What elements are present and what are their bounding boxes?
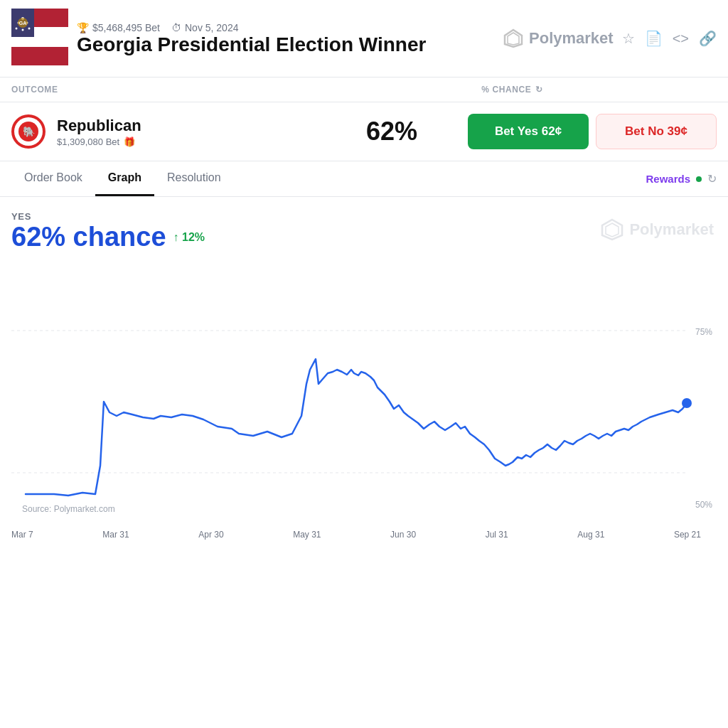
tabs-right: Rewards ↻ <box>646 172 717 186</box>
svg-rect-2 <box>11 47 68 65</box>
price-chart-svg: Source: Polymarket.com <box>11 259 708 530</box>
x-label-jul31: Jul 31 <box>486 530 508 540</box>
outcome-col-label: OUTCOME <box>11 85 481 95</box>
y-label-50: 50% <box>695 500 712 510</box>
trophy-meta: 🏆 $5,468,495 Bet <box>77 22 160 33</box>
svg-point-8 <box>22 29 24 31</box>
bet-no-button[interactable]: Bet No 39¢ <box>596 114 717 149</box>
outcome-name: Republican <box>57 117 316 135</box>
tab-resolution[interactable]: Resolution <box>154 161 234 196</box>
x-label-apr30: Apr 30 <box>198 530 223 540</box>
code-icon[interactable]: <> <box>673 31 689 47</box>
republican-elephant-icon: 🐘 <box>17 120 40 143</box>
svg-text:GA: GA <box>19 21 27 26</box>
outcome-bet-info: $1,309,080 Bet 🎁 <box>57 136 316 147</box>
refresh-small-icon[interactable]: ↻ <box>535 85 543 95</box>
header-date: Nov 5, 2024 <box>185 22 239 33</box>
x-label-may31: May 31 <box>293 530 321 540</box>
svg-rect-18 <box>11 259 708 530</box>
polymarket-label: Polymarket <box>529 29 614 48</box>
rewards-link[interactable]: Rewards <box>646 173 690 185</box>
republican-logo: 🐘 <box>11 114 46 149</box>
chance-col-label: % CHANCE ↻ <box>481 85 717 95</box>
star-icon[interactable]: ☆ <box>622 30 635 47</box>
tab-refresh-icon[interactable]: ↻ <box>707 172 717 186</box>
x-label-jun30: Jun 30 <box>390 530 416 540</box>
outcome-table-header: OUTCOME % CHANCE ↻ <box>0 77 728 102</box>
date-meta: ⏱ Nov 5, 2024 <box>171 22 239 33</box>
svg-point-21 <box>682 398 692 408</box>
outcome-row: 🐘 Republican $1,309,080 Bet 🎁 62% Bet Ye… <box>0 102 728 161</box>
svg-point-9 <box>28 28 31 30</box>
clock-icon: ⏱ <box>171 22 181 33</box>
tab-order-book[interactable]: Order Book <box>11 161 95 196</box>
tabs-row: Order Book Graph Resolution Rewards ↻ <box>0 161 728 197</box>
svg-marker-13 <box>508 33 519 45</box>
chart-svg-container: 75% Source: Polymarket.com 50% <box>11 259 717 530</box>
polymarket-watermark-icon <box>601 218 623 241</box>
polymarket-watermark: Polymarket <box>601 218 714 241</box>
chart-wrapper: 75% Source: Polymarket.com 50% <box>11 259 717 540</box>
y-label-75: 75% <box>695 327 712 337</box>
page-title: Georgia Presidential Election Winner <box>77 33 495 56</box>
x-label-sep21: Sep 21 <box>674 530 701 540</box>
header-info: 🏆 $5,468,495 Bet ⏱ Nov 5, 2024 Georgia P… <box>77 21 495 56</box>
trophy-icon: 🏆 <box>77 22 89 33</box>
tabs-left: Order Book Graph Resolution <box>11 161 646 196</box>
polymarket-logo-icon <box>503 28 523 48</box>
x-label-mar31: Mar 31 <box>102 530 129 540</box>
link-icon[interactable]: 🔗 <box>699 30 717 47</box>
outcome-bet-amount: $1,309,080 Bet <box>57 136 119 147</box>
chance-value: 62% <box>327 117 456 146</box>
polymarket-brand-header: Polymarket <box>503 28 614 48</box>
x-axis-labels: Mar 7 Mar 31 Apr 30 May 31 Jun 30 Jul 31… <box>11 530 701 540</box>
rewards-status-dot <box>696 176 702 182</box>
chart-delta: ↑ 12% <box>173 231 205 244</box>
bet-buttons: Bet Yes 62¢ Bet No 39¢ <box>468 114 717 149</box>
x-label-mar7: Mar 7 <box>11 530 33 540</box>
header-actions: ☆ 📄 <> 🔗 <box>622 30 717 47</box>
svg-marker-17 <box>606 223 619 237</box>
document-icon[interactable]: 📄 <box>645 30 663 47</box>
header-meta: 🏆 $5,468,495 Bet ⏱ Nov 5, 2024 <box>77 22 495 33</box>
tab-graph[interactable]: Graph <box>95 161 154 196</box>
chart-area: YES 62% chance ↑ 12% Polymarket 75% <box>0 197 728 547</box>
x-label-aug31: Aug 31 <box>577 530 604 540</box>
svg-point-7 <box>16 28 18 30</box>
bet-yes-button[interactable]: Bet Yes 62¢ <box>468 114 589 149</box>
svg-text:Source: Polymarket.com: Source: Polymarket.com <box>22 504 115 514</box>
gift-icon: 🎁 <box>124 136 135 147</box>
bet-amount: $5,468,495 Bet <box>92 22 160 33</box>
page-header: GA 🏆 $5,468,495 Bet ⏱ Nov 5, 2024 Georgi… <box>0 0 728 77</box>
outcome-name-block: Republican $1,309,080 Bet 🎁 <box>57 117 316 147</box>
flag-icon: GA <box>11 9 68 68</box>
svg-text:🐘: 🐘 <box>23 126 36 138</box>
